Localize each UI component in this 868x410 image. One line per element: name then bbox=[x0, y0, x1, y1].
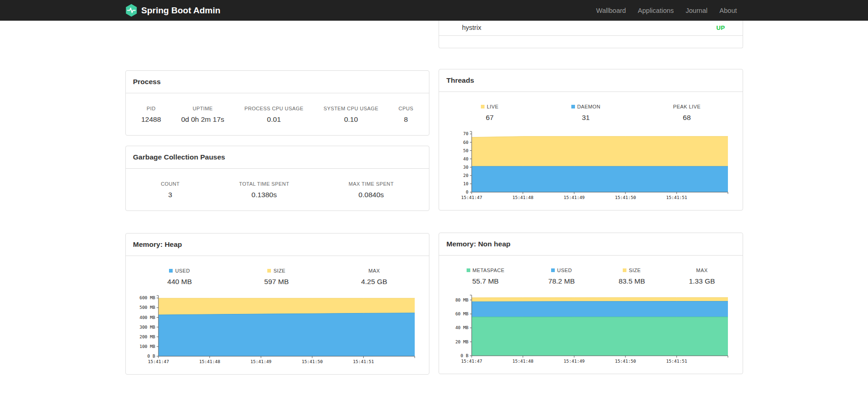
svg-text:0 B: 0 B bbox=[147, 353, 155, 359]
legend-value: 4.25 GB bbox=[361, 278, 387, 286]
nav-item-wallboard[interactable]: Wallboard bbox=[590, 7, 632, 14]
legend-value: 31 bbox=[571, 114, 601, 122]
health-row: hystrix UP bbox=[439, 21, 743, 36]
legend-max: MAX 4.25 GB bbox=[361, 268, 387, 286]
metric-label: COUNT bbox=[161, 181, 180, 187]
heap-chart: 0 B100 MB200 MB300 MB400 MB500 MB600 MB1… bbox=[132, 291, 423, 366]
legend-label: METASPACE bbox=[467, 268, 505, 273]
threads-panel: Threads LIVE 67 DAEMON 3 bbox=[439, 69, 743, 211]
metric-label: UPTIME bbox=[181, 106, 224, 111]
svg-text:10: 10 bbox=[463, 181, 469, 186]
svg-text:15:41:47: 15:41:47 bbox=[461, 359, 482, 364]
legend-label: MAX bbox=[361, 268, 387, 273]
svg-text:15:41:51: 15:41:51 bbox=[666, 195, 688, 200]
gc-panel-title: Garbage Collection Pauses bbox=[126, 146, 429, 169]
svg-text:20: 20 bbox=[463, 173, 469, 178]
svg-text:600 MB: 600 MB bbox=[139, 295, 155, 300]
svg-text:30: 30 bbox=[463, 165, 469, 170]
legend-value: 597 MB bbox=[264, 278, 288, 286]
memory-heap-panel-title: Memory: Heap bbox=[126, 233, 429, 256]
legend-size: SIZE 83.5 MB bbox=[619, 268, 645, 285]
svg-text:15:41:47: 15:41:47 bbox=[148, 359, 169, 364]
svg-text:60: 60 bbox=[463, 140, 469, 145]
memory-heap-panel: Memory: Heap USED 440 MB SIZE bbox=[125, 233, 430, 375]
legend-label: SIZE bbox=[619, 268, 645, 273]
svg-text:400 MB: 400 MB bbox=[139, 315, 155, 320]
legend-swatch-icon bbox=[551, 268, 555, 272]
legend-swatch-icon bbox=[267, 269, 271, 273]
legend-value: 67 bbox=[481, 114, 498, 122]
legend-value: 55.7 MB bbox=[467, 277, 505, 285]
legend-used: USED 78.2 MB bbox=[548, 268, 575, 285]
legend-label: DAEMON bbox=[571, 104, 601, 109]
process-panel-title: Process bbox=[126, 71, 429, 93]
threads-chart: 01020304050607015:41:4715:41:4815:41:491… bbox=[445, 127, 736, 202]
nav-item-about[interactable]: About bbox=[714, 7, 743, 14]
legend-label: MAX bbox=[689, 268, 715, 273]
gc-panel: Garbage Collection Pauses COUNT 3 TOTAL … bbox=[125, 146, 430, 211]
svg-text:15:41:50: 15:41:50 bbox=[615, 359, 636, 364]
legend-value: 68 bbox=[673, 114, 701, 122]
legend-daemon: DAEMON 31 bbox=[571, 104, 601, 122]
metric-value: 0.1380s bbox=[239, 191, 289, 199]
left-column: Process PID 12488 UPTIME 0d 0h 2m 17s PR… bbox=[125, 21, 430, 375]
right-column: hystrix UP Threads LIVE 67 bbox=[439, 21, 743, 374]
svg-text:40: 40 bbox=[463, 156, 469, 161]
legend-used: USED 440 MB bbox=[167, 268, 192, 286]
svg-text:15:41:48: 15:41:48 bbox=[199, 359, 220, 364]
nav-links: Wallboard Applications Journal About bbox=[590, 7, 743, 14]
legend-metaspace: METASPACE 55.7 MB bbox=[467, 268, 505, 285]
heap-chart-area: 0 B100 MB200 MB300 MB400 MB500 MB600 MB1… bbox=[126, 288, 429, 374]
health-status-badge: UP bbox=[716, 24, 725, 31]
legend-swatch-icon bbox=[467, 268, 470, 272]
metric-value: 0d 0h 2m 17s bbox=[181, 115, 224, 124]
nonheap-chart: 0 B20 MB40 MB60 MB80 MB15:41:4715:41:481… bbox=[445, 291, 736, 365]
svg-text:15:41:48: 15:41:48 bbox=[513, 195, 534, 200]
legend-label: USED bbox=[167, 268, 192, 273]
metric-label: PID bbox=[141, 106, 161, 111]
legend-peak-live: PEAK LIVE 68 bbox=[673, 104, 701, 122]
svg-text:15:41:47: 15:41:47 bbox=[461, 195, 482, 200]
svg-text:15:41:49: 15:41:49 bbox=[250, 359, 271, 364]
nonheap-chart-area: 0 B20 MB40 MB60 MB80 MB15:41:4715:41:481… bbox=[439, 287, 743, 374]
legend-swatch-icon bbox=[481, 105, 485, 108]
metric-label: PROCESS CPU USAGE bbox=[244, 106, 303, 111]
metric-value: 12488 bbox=[141, 115, 161, 124]
memory-nonheap-panel: Memory: Non heap METASPACE 55.7 MB USED bbox=[439, 233, 743, 374]
legend-label: USED bbox=[548, 268, 575, 273]
legend-live: LIVE 67 bbox=[481, 104, 498, 122]
svg-text:40 MB: 40 MB bbox=[455, 325, 468, 330]
nav-item-applications[interactable]: Applications bbox=[632, 7, 680, 14]
legend-value: 440 MB bbox=[167, 278, 192, 286]
metric-system-cpu: SYSTEM CPU USAGE 0.10 bbox=[324, 106, 378, 124]
metric-pid: PID 12488 bbox=[141, 106, 161, 124]
svg-text:70: 70 bbox=[463, 131, 469, 136]
svg-text:15:41:49: 15:41:49 bbox=[564, 359, 585, 364]
svg-text:15:41:50: 15:41:50 bbox=[615, 195, 636, 200]
svg-text:15:41:49: 15:41:49 bbox=[564, 195, 585, 200]
legend-value: 83.5 MB bbox=[619, 277, 645, 285]
legend-value: 1.33 GB bbox=[689, 277, 715, 285]
navbar: Spring Boot Admin Wallboard Applications… bbox=[0, 0, 868, 21]
metric-value: 0.10 bbox=[324, 115, 378, 124]
metric-value: 0.01 bbox=[244, 115, 303, 124]
svg-text:200 MB: 200 MB bbox=[139, 334, 155, 339]
legend-label: SIZE bbox=[264, 268, 288, 273]
svg-text:50: 50 bbox=[463, 148, 469, 153]
metric-value: 3 bbox=[161, 191, 180, 199]
metric-gc-count: COUNT 3 bbox=[161, 181, 180, 199]
nav-item-journal[interactable]: Journal bbox=[680, 7, 714, 14]
metric-value: 8 bbox=[399, 115, 413, 124]
svg-text:15:41:51: 15:41:51 bbox=[353, 359, 374, 364]
nonheap-legend: METASPACE 55.7 MB USED 78.2 MB bbox=[439, 256, 743, 287]
svg-text:60 MB: 60 MB bbox=[455, 311, 468, 316]
brand-link[interactable]: Spring Boot Admin bbox=[125, 4, 220, 17]
heap-legend: USED 440 MB SIZE 597 MB bbox=[126, 256, 429, 288]
brand-title: Spring Boot Admin bbox=[141, 6, 220, 16]
process-metrics: PID 12488 UPTIME 0d 0h 2m 17s PROCESS CP… bbox=[126, 93, 429, 135]
metric-uptime: UPTIME 0d 0h 2m 17s bbox=[181, 106, 224, 124]
metric-process-cpu: PROCESS CPU USAGE 0.01 bbox=[244, 106, 303, 124]
metric-label: TOTAL TIME SPENT bbox=[239, 181, 289, 187]
legend-label: LIVE bbox=[481, 104, 498, 109]
legend-value: 78.2 MB bbox=[548, 277, 575, 285]
